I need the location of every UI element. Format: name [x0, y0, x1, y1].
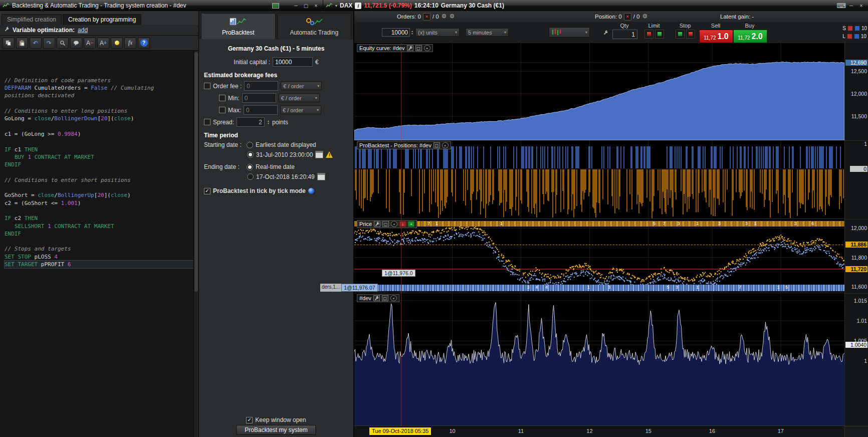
- insert-function-button[interactable]: fx: [124, 38, 136, 49]
- backtesting-window-titlebar[interactable]: Backtesting & Automatic Trading - Tradin…: [0, 0, 323, 11]
- code-line[interactable]: positions deactivated: [5, 92, 193, 99]
- maximize-panel-icon[interactable]: ▢: [433, 142, 440, 148]
- earliest-date-radio[interactable]: [247, 142, 253, 148]
- code-line[interactable]: GoShort = close/BollingerUp[20](close): [5, 191, 193, 199]
- code-line[interactable]: DEFPARAM CumulateOrders = False // Cumul…: [5, 84, 193, 92]
- sell-button[interactable]: 11,72 1.0: [699, 30, 733, 43]
- info-icon[interactable]: i: [355, 3, 361, 9]
- tab-creation-by-programming[interactable]: Creation by programming: [63, 14, 141, 25]
- chart-window-titlebar[interactable]: ▾ DAX i 11,721.5 (-0.79%) 16:24:10 Germa…: [323, 0, 868, 11]
- close-panel-icon[interactable]: ×: [391, 221, 397, 227]
- min-fee-unit-dropdown[interactable]: € / order▾: [279, 94, 320, 102]
- keyboard-icon[interactable]: ⌨: [837, 2, 845, 10]
- max-fee-input[interactable]: [244, 105, 278, 115]
- limit-order-row[interactable]: L 10: [842, 32, 867, 40]
- detach-window-icon[interactable]: [272, 3, 279, 9]
- orders-settings-icon-2[interactable]: [449, 13, 455, 20]
- code-editor[interactable]: // Definition of code parametersDEFPARAM…: [0, 51, 198, 437]
- maximize-panel-icon[interactable]: ▢: [382, 295, 388, 301]
- maximize-panel-icon[interactable]: ▢: [415, 45, 422, 51]
- wrench-icon[interactable]: [373, 295, 380, 301]
- maximize-panel-icon[interactable]: ▢: [382, 221, 389, 227]
- code-line[interactable]: c2 = (GoShort <= 1.001): [5, 199, 193, 207]
- variable-optimization-add-link[interactable]: add: [78, 27, 88, 34]
- code-line[interactable]: ENDIF: [5, 161, 193, 168]
- min-fee-checkbox[interactable]: [219, 95, 226, 101]
- code-line[interactable]: GoLong = close/BollingerDown[20](close): [5, 115, 193, 122]
- code-line[interactable]: [5, 184, 193, 191]
- help-button[interactable]: ?: [138, 38, 150, 49]
- order-fee-input[interactable]: [244, 81, 278, 91]
- code-line[interactable]: BUY 1 CONTRACT AT MARKET: [5, 153, 193, 161]
- close-window-button[interactable]: ×: [312, 2, 320, 10]
- sell-stop-icon[interactable]: [676, 30, 685, 39]
- code-line[interactable]: [5, 207, 193, 214]
- code-scrollbar[interactable]: [193, 51, 198, 437]
- min-fee-input[interactable]: [242, 93, 276, 103]
- order-settings-wrench-icon[interactable]: [603, 30, 608, 37]
- decrease-font-button[interactable]: A−: [84, 38, 96, 49]
- code-line[interactable]: [5, 100, 193, 107]
- max-fee-checkbox[interactable]: [219, 107, 226, 113]
- orders-settings-icon[interactable]: [441, 13, 447, 20]
- wrench-icon[interactable]: [374, 221, 380, 227]
- stop-order-row[interactable]: S 10: [842, 24, 867, 32]
- code-line[interactable]: // Conditions to enter long positions: [5, 107, 193, 115]
- units-dropdown[interactable]: (x) units▾: [415, 28, 460, 37]
- cancel-orders-icon[interactable]: ×: [423, 13, 430, 21]
- code-line[interactable]: ENDIF: [5, 230, 193, 238]
- buy-limit-icon[interactable]: [655, 30, 664, 39]
- positions-plot[interactable]: [354, 140, 844, 218]
- chevron-down-icon[interactable]: ▾: [335, 4, 337, 8]
- order-qty-input[interactable]: [612, 30, 637, 39]
- start-date-radio[interactable]: [247, 151, 254, 158]
- maximize-window-button[interactable]: ▢: [302, 2, 310, 10]
- indicator-panel[interactable]: #dev ▢ ×: [354, 293, 844, 426]
- close-chart-button[interactable]: ×: [857, 2, 865, 10]
- close-position-icon[interactable]: ×: [624, 13, 631, 21]
- increase-font-button[interactable]: A+: [97, 38, 109, 49]
- buy-stop-icon[interactable]: [686, 30, 695, 39]
- sell-marker-icon[interactable]: ↓: [399, 221, 406, 227]
- initial-capital-input[interactable]: [273, 57, 313, 67]
- spread-checkbox[interactable]: [204, 119, 210, 125]
- tick-mode-checkbox[interactable]: ✓: [204, 188, 210, 194]
- code-line[interactable]: [5, 238, 193, 245]
- tab-simplified-creation[interactable]: Simplified creation: [2, 14, 62, 25]
- close-panel-icon[interactable]: ×: [424, 45, 430, 51]
- quantity-input[interactable]: 10000: [382, 28, 410, 37]
- code-line[interactable]: [5, 138, 193, 145]
- symbol-selector[interactable]: DAX: [340, 2, 352, 9]
- add-indicator-icon[interactable]: +: [408, 221, 414, 227]
- time-axis[interactable]: Tue 09-Oct-2018 05:35 101112151617: [354, 425, 844, 437]
- buy-button[interactable]: 11,72 2.0: [733, 30, 767, 43]
- price-scale[interactable]: 12,69012,50012,00011,5001012,00011,88611…: [844, 43, 868, 426]
- code-line[interactable]: // Stops and targets: [5, 245, 193, 253]
- chart-type-dropdown[interactable]: ▾: [549, 27, 590, 38]
- realtime-date-radio[interactable]: [247, 164, 253, 170]
- comment-button[interactable]: [70, 38, 82, 49]
- equity-plot[interactable]: [354, 43, 844, 140]
- close-panel-icon[interactable]: ×: [442, 142, 449, 148]
- code-line[interactable]: // Definition of code parameters: [5, 77, 193, 84]
- code-line[interactable]: SELLSHORT 1 CONTRACT AT MARKET: [5, 223, 193, 230]
- code-line[interactable]: SET STOP pLOSS 4: [5, 253, 193, 261]
- sell-limit-icon[interactable]: [644, 30, 654, 39]
- code-line[interactable]: IF c2 THEN: [5, 214, 193, 222]
- search-button[interactable]: [57, 38, 69, 49]
- spread-input[interactable]: [237, 117, 265, 127]
- code-line[interactable]: c1 = (GoLong >= 0.9984): [5, 130, 193, 138]
- indicator-plot[interactable]: [354, 293, 844, 426]
- position-settings-icon[interactable]: [642, 13, 648, 20]
- order-fee-unit-dropdown[interactable]: € / order▾: [281, 82, 322, 90]
- calendar-icon[interactable]: [317, 173, 325, 180]
- positions-panel[interactable]: ProBacktest - Positions: #dev ▢ ×: [354, 140, 844, 219]
- order-fee-checkbox[interactable]: [204, 83, 210, 89]
- code-line[interactable]: [5, 123, 193, 130]
- equity-panel[interactable]: Equity curve: #dev ▢ ×: [354, 43, 844, 140]
- price-plot[interactable]: [354, 219, 844, 293]
- close-panel-icon[interactable]: ×: [390, 295, 397, 301]
- undo-button[interactable]: ↶: [30, 38, 42, 49]
- redo-button[interactable]: ↷: [43, 38, 55, 49]
- code-line[interactable]: [5, 168, 193, 176]
